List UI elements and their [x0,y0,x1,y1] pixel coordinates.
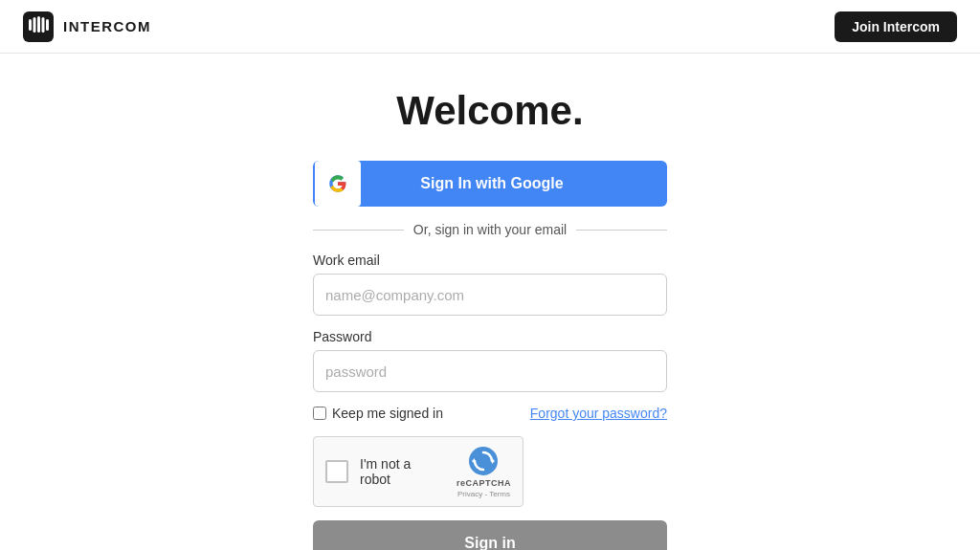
svg-rect-4 [42,17,45,33]
email-label: Work email [313,253,667,268]
svg-rect-1 [29,19,32,31]
password-label: Password [313,329,667,344]
google-signin-button[interactable]: Sign In with Google [313,161,667,207]
header: INTERCOM Join Intercom [0,0,980,54]
logo-area: INTERCOM [23,11,151,42]
divider: Or, sign in with your email [313,222,667,237]
google-btn-label: Sign In with Google [363,175,667,192]
google-g-icon [328,174,347,193]
remember-label: Keep me signed in [332,406,443,421]
svg-rect-3 [37,16,40,33]
divider-line-right [576,230,667,231]
logo-text: INTERCOM [63,18,151,34]
google-icon-box [315,161,361,207]
divider-text: Or, sign in with your email [413,222,567,237]
signin-button[interactable]: Sign in [313,520,667,550]
intercom-logo-icon [23,11,54,42]
remember-left: Keep me signed in [313,406,443,421]
password-input[interactable] [313,350,667,392]
join-intercom-button[interactable]: Join Intercom [835,11,957,42]
forgot-password-button[interactable]: Forgot your password? [530,406,667,421]
recaptcha-brand-text: reCAPTCHA [457,478,511,488]
welcome-title: Welcome. [396,88,583,134]
svg-rect-2 [33,17,36,33]
recaptcha-widget[interactable]: I'm not a robot reCAPTCHA Privacy - Term… [313,436,523,507]
recaptcha-links-text: Privacy - Terms [457,490,510,498]
divider-line-left [313,230,404,231]
remember-checkbox[interactable] [313,407,326,420]
main-content: Welcome. Sign In with Google Or, sign in… [0,54,980,550]
remember-row: Keep me signed in Forgot your password? [313,406,667,421]
login-form: Sign In with Google Or, sign in with you… [313,161,667,550]
recaptcha-logo-icon [468,446,499,476]
svg-rect-5 [46,19,49,31]
recaptcha-label: I'm not a robot [360,456,445,487]
recaptcha-branding: reCAPTCHA Privacy - Terms [457,446,511,498]
recaptcha-checkbox[interactable] [325,460,348,483]
email-input[interactable] [313,274,667,316]
